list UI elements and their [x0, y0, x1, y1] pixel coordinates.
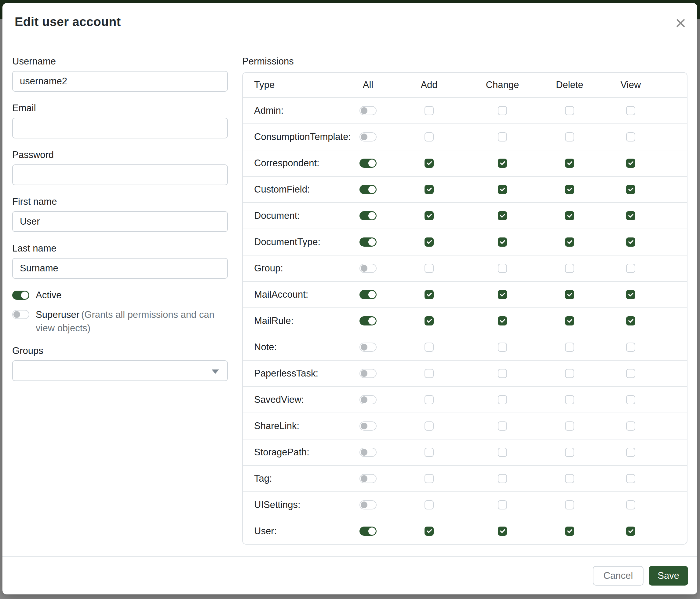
- permission-change-checkbox[interactable]: [498, 316, 507, 326]
- permission-change-checkbox[interactable]: [498, 237, 507, 247]
- permission-add-checkbox[interactable]: [425, 395, 434, 404]
- permission-add-checkbox[interactable]: [425, 106, 434, 115]
- permission-all-toggle[interactable]: [359, 264, 377, 273]
- groups-select[interactable]: [12, 360, 228, 381]
- page-scrollbar[interactable]: [697, 19, 700, 599]
- permission-change-checkbox[interactable]: [498, 342, 507, 352]
- permission-all-toggle[interactable]: [359, 237, 377, 247]
- permission-change-checkbox[interactable]: [498, 106, 507, 115]
- permission-view-checkbox[interactable]: [626, 342, 635, 352]
- permission-delete-checkbox[interactable]: [565, 264, 574, 273]
- permission-add-checkbox[interactable]: [425, 211, 434, 220]
- permission-add-checkbox[interactable]: [425, 264, 434, 273]
- permission-all-toggle[interactable]: [359, 185, 377, 194]
- permission-delete-checkbox[interactable]: [565, 211, 574, 220]
- active-toggle[interactable]: [12, 291, 29, 300]
- permission-change-checkbox[interactable]: [498, 422, 507, 431]
- permission-change-checkbox[interactable]: [498, 527, 507, 536]
- permission-change-checkbox[interactable]: [498, 211, 507, 220]
- permission-all-toggle[interactable]: [359, 132, 377, 142]
- permission-delete-checkbox[interactable]: [565, 290, 574, 299]
- permission-change-checkbox[interactable]: [498, 290, 507, 299]
- permission-all-toggle[interactable]: [359, 211, 377, 220]
- permission-view-checkbox[interactable]: [626, 211, 635, 220]
- close-icon[interactable]: ×: [675, 14, 686, 32]
- permission-view-checkbox[interactable]: [626, 395, 635, 404]
- permission-all-toggle[interactable]: [359, 448, 377, 457]
- permission-add-checkbox[interactable]: [425, 422, 434, 431]
- cancel-button[interactable]: Cancel: [593, 566, 644, 585]
- permission-all-toggle[interactable]: [359, 290, 377, 299]
- permission-add-checkbox[interactable]: [425, 448, 434, 457]
- permission-view-checkbox[interactable]: [626, 474, 635, 483]
- permission-delete-checkbox[interactable]: [565, 500, 574, 509]
- first-name-field[interactable]: [12, 211, 228, 232]
- permission-delete-checkbox[interactable]: [565, 342, 574, 352]
- permission-view-checkbox[interactable]: [626, 237, 635, 247]
- permission-add-checkbox[interactable]: [425, 159, 434, 168]
- permission-view-checkbox[interactable]: [626, 132, 635, 142]
- permission-delete-checkbox[interactable]: [565, 237, 574, 247]
- permission-change-checkbox[interactable]: [498, 395, 507, 404]
- permission-view-checkbox[interactable]: [626, 290, 635, 299]
- permission-delete-checkbox[interactable]: [565, 185, 574, 194]
- permission-row: UISettings:: [243, 492, 687, 518]
- email-field[interactable]: [12, 118, 228, 139]
- permission-view-checkbox[interactable]: [626, 316, 635, 326]
- superuser-toggle[interactable]: [12, 310, 29, 319]
- permission-view-checkbox[interactable]: [626, 500, 635, 509]
- permission-delete-checkbox[interactable]: [565, 422, 574, 431]
- permission-view-checkbox[interactable]: [626, 185, 635, 194]
- permission-change-checkbox[interactable]: [498, 264, 507, 273]
- permission-add-checkbox[interactable]: [425, 316, 434, 326]
- permission-delete-checkbox[interactable]: [565, 395, 574, 404]
- permission-add-checkbox[interactable]: [425, 132, 434, 142]
- username-input[interactable]: [12, 71, 228, 92]
- permission-view-checkbox[interactable]: [626, 106, 635, 115]
- permission-view-checkbox[interactable]: [626, 422, 635, 431]
- permission-view-checkbox[interactable]: [626, 527, 635, 536]
- permission-add-checkbox[interactable]: [425, 527, 434, 536]
- permission-change-checkbox[interactable]: [498, 369, 507, 378]
- permission-all-toggle[interactable]: [359, 395, 377, 404]
- permission-change-checkbox[interactable]: [498, 500, 507, 509]
- permission-delete-checkbox[interactable]: [565, 316, 574, 326]
- permission-all-toggle[interactable]: [359, 159, 377, 168]
- permission-all-toggle[interactable]: [359, 316, 377, 326]
- permission-change-checkbox[interactable]: [498, 185, 507, 194]
- permission-add-checkbox[interactable]: [425, 290, 434, 299]
- permission-view-checkbox[interactable]: [626, 369, 635, 378]
- permission-all-toggle[interactable]: [359, 474, 377, 483]
- password-field[interactable]: [12, 164, 228, 185]
- permission-all-toggle[interactable]: [359, 422, 377, 431]
- permission-delete-checkbox[interactable]: [565, 159, 574, 168]
- permission-delete-checkbox[interactable]: [565, 106, 574, 115]
- permission-type-label: Document:: [243, 210, 344, 221]
- permission-row: DocumentType:: [243, 229, 687, 255]
- permission-delete-checkbox[interactable]: [565, 474, 574, 483]
- save-button[interactable]: Save: [649, 566, 688, 585]
- permission-all-toggle[interactable]: [359, 369, 377, 378]
- permission-delete-checkbox[interactable]: [565, 369, 574, 378]
- permission-change-checkbox[interactable]: [498, 448, 507, 457]
- permission-change-checkbox[interactable]: [498, 474, 507, 483]
- permission-all-toggle[interactable]: [359, 527, 377, 536]
- permission-view-checkbox[interactable]: [626, 159, 635, 168]
- last-name-field[interactable]: [12, 258, 228, 279]
- permission-delete-checkbox[interactable]: [565, 448, 574, 457]
- permission-all-toggle[interactable]: [359, 342, 377, 352]
- permission-view-checkbox[interactable]: [626, 264, 635, 273]
- permission-all-toggle[interactable]: [359, 500, 377, 509]
- permission-change-checkbox[interactable]: [498, 132, 507, 142]
- permission-delete-checkbox[interactable]: [565, 527, 574, 536]
- permission-change-checkbox[interactable]: [498, 159, 507, 168]
- permission-add-checkbox[interactable]: [425, 369, 434, 378]
- permission-all-toggle[interactable]: [359, 106, 377, 115]
- permission-delete-checkbox[interactable]: [565, 132, 574, 142]
- permission-add-checkbox[interactable]: [425, 500, 434, 509]
- permission-add-checkbox[interactable]: [425, 185, 434, 194]
- permission-view-checkbox[interactable]: [626, 448, 635, 457]
- permission-add-checkbox[interactable]: [425, 237, 434, 247]
- permission-add-checkbox[interactable]: [425, 474, 434, 483]
- permission-add-checkbox[interactable]: [425, 342, 434, 352]
